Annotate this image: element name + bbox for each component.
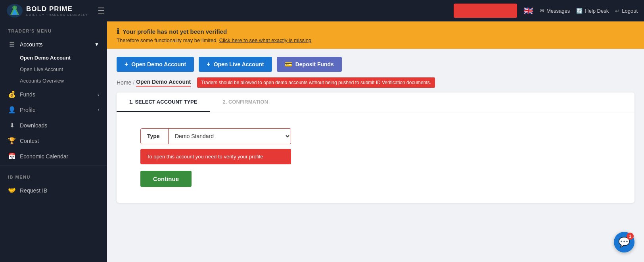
warning-popup: Traders should be allowed to open demo a…	[197, 77, 435, 88]
alert-link[interactable]: Click here to see what exactly is missin…	[219, 37, 312, 43]
content-area: ℹ Your profile has not yet been verified…	[107, 21, 644, 262]
profile-label: Profile	[20, 107, 36, 113]
open-live-label: Open Live Account	[214, 61, 264, 67]
messages-label: Messages	[546, 8, 570, 14]
alert-icon: ℹ	[117, 27, 119, 36]
stepper: 1. SELECT ACCOUNT TYPE 2. CONFIRMATION	[117, 92, 634, 112]
type-form-row: Type Demo Standard Demo Pro Demo ECN	[140, 128, 291, 144]
logout-label: Logout	[622, 8, 638, 14]
breadcrumb-separator: /	[133, 79, 134, 86]
plus-icon-demo: +	[125, 61, 128, 68]
logo-icon	[6, 4, 23, 18]
form-card: 1. SELECT ACCOUNT TYPE 2. CONFIRMATION T…	[117, 92, 634, 203]
alert-body-text: Therefore some functionality may be limi…	[117, 37, 218, 43]
logout-icon: ↩	[615, 8, 619, 14]
error-message: To open this account you need to verify …	[140, 149, 291, 164]
traders-menu-title: TRADER'S MENU	[0, 21, 107, 37]
accounts-submenu: Open Demo Account Open Live Account Acco…	[0, 52, 107, 87]
logo-text: BOLD PRIME	[26, 5, 88, 13]
funds-label: Funds	[20, 91, 35, 98]
accounts-arrow-icon: ▼	[94, 42, 99, 47]
logo-text-container: BOLD PRIME BUILT BY TRADERS GLOBALLY	[26, 5, 88, 17]
sidebar: TRADER'S MENU ☰ Accounts ▼ Open Demo Acc…	[0, 21, 107, 262]
form-body: Type Demo Standard Demo Pro Demo ECN To …	[117, 112, 634, 203]
logout-nav[interactable]: ↩ Logout	[615, 8, 638, 14]
ib-menu-title: IB MENU	[0, 168, 107, 183]
contest-label: Contest	[20, 138, 39, 144]
open-demo-label: Open Demo Account	[131, 61, 186, 67]
menu-toggle-icon[interactable]: ☰	[98, 6, 105, 15]
sidebar-sub-accounts-overview[interactable]: Accounts Overview	[20, 75, 107, 87]
sidebar-item-request-ib[interactable]: 🤝 Request IB	[0, 183, 107, 198]
sidebar-item-profile[interactable]: 👤 Profile ‹	[0, 102, 107, 118]
step-2: 2. CONFIRMATION	[210, 92, 281, 112]
economic-calendar-label: Economic Calendar	[20, 153, 68, 160]
chat-bubble[interactable]: 💬 1	[614, 232, 634, 252]
main-layout: TRADER'S MENU ☰ Accounts ▼ Open Demo Acc…	[0, 21, 644, 262]
action-row: + Open Demo Account + Open Live Account …	[107, 49, 644, 77]
open-demo-account-button[interactable]: + Open Demo Account	[117, 57, 194, 72]
navbar: BOLD PRIME BUILT BY TRADERS GLOBALLY ☰ 🇬…	[0, 0, 644, 21]
language-flag[interactable]: 🇬🇧	[523, 6, 533, 15]
accounts-label: Accounts	[20, 41, 43, 48]
logo: BOLD PRIME BUILT BY TRADERS GLOBALLY	[6, 4, 88, 18]
continue-button[interactable]: Continue	[140, 171, 192, 187]
accounts-icon: ☰	[8, 40, 16, 48]
type-select[interactable]: Demo Standard Demo Pro Demo ECN	[169, 129, 291, 144]
alert-title-text: Your profile has not yet been verified	[123, 28, 227, 35]
open-live-account-button[interactable]: + Open Live Account	[199, 57, 272, 72]
alert-body: Therefore some functionality may be limi…	[117, 37, 634, 43]
step-1[interactable]: 1. SELECT ACCOUNT TYPE	[117, 92, 210, 112]
sidebar-item-economic-calendar[interactable]: 📅 Economic Calendar	[0, 148, 107, 164]
messages-icon: ✉	[540, 8, 544, 14]
helpdesk-label: Help Desk	[585, 8, 609, 14]
breadcrumb-row: Home / Open Demo Account Traders should …	[107, 77, 644, 92]
breadcrumb-current: Open Demo Account	[136, 79, 191, 87]
helpdesk-nav[interactable]: 🔄 Help Desk	[576, 8, 609, 14]
contest-icon: 🏆	[8, 137, 16, 144]
messages-nav[interactable]: ✉ Messages	[540, 8, 570, 14]
request-ib-label: Request IB	[20, 187, 47, 194]
request-ib-icon: 🤝	[8, 187, 16, 194]
breadcrumb: Home / Open Demo Account	[117, 79, 191, 87]
downloads-label: Downloads	[20, 122, 47, 129]
deposit-icon: 💳	[285, 61, 292, 68]
sidebar-item-contest[interactable]: 🏆 Contest	[0, 133, 107, 148]
sidebar-item-accounts[interactable]: ☰ Accounts ▼	[0, 37, 107, 52]
navbar-cta-button[interactable]	[454, 4, 517, 18]
sidebar-item-funds[interactable]: 💰 Funds ‹	[0, 87, 107, 102]
deposit-label: Deposit Funds	[295, 61, 334, 67]
funds-arrow-icon: ‹	[98, 92, 99, 97]
sidebar-sub-open-live[interactable]: Open Live Account	[20, 64, 107, 75]
chat-badge: 1	[627, 233, 634, 240]
alert-title: ℹ Your profile has not yet been verified	[117, 27, 634, 36]
calendar-icon: 📅	[8, 152, 16, 160]
breadcrumb-home[interactable]: Home	[117, 79, 131, 86]
type-label: Type	[141, 129, 169, 144]
deposit-funds-button[interactable]: 💳 Deposit Funds	[277, 57, 342, 72]
plus-icon-live: +	[207, 61, 210, 68]
profile-icon: 👤	[8, 106, 16, 114]
downloads-icon: ⬇	[8, 121, 16, 129]
helpdesk-icon: 🔄	[576, 8, 583, 14]
sidebar-item-downloads[interactable]: ⬇ Downloads	[0, 118, 107, 133]
alert-banner: ℹ Your profile has not yet been verified…	[107, 21, 644, 49]
funds-icon: 💰	[8, 91, 16, 98]
profile-arrow-icon: ‹	[98, 107, 99, 113]
svg-point-3	[12, 6, 17, 10]
sidebar-sub-open-demo[interactable]: Open Demo Account	[20, 52, 107, 64]
logo-sub: BUILT BY TRADERS GLOBALLY	[26, 13, 88, 17]
